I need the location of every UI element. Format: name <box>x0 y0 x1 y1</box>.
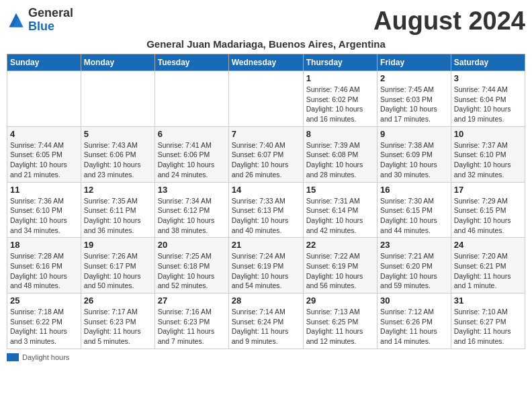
day-number: 29 <box>306 295 374 306</box>
day-detail: Sunrise: 7:28 AM Sunset: 6:16 PM Dayligh… <box>10 251 78 291</box>
header-day: Thursday <box>303 54 377 71</box>
day-cell: 3Sunrise: 7:44 AM Sunset: 6:04 PM Daylig… <box>451 71 525 127</box>
day-number: 21 <box>232 240 300 250</box>
header-day: Wednesday <box>228 54 303 71</box>
logo-icon <box>7 11 26 30</box>
day-cell: 6Sunrise: 7:41 AM Sunset: 6:06 PM Daylig… <box>154 126 228 182</box>
day-number: 10 <box>454 129 522 139</box>
footer: Daylight hours <box>7 353 525 361</box>
day-cell <box>7 71 81 127</box>
day-cell: 10Sunrise: 7:37 AM Sunset: 6:10 PM Dayli… <box>451 126 525 182</box>
day-detail: Sunrise: 7:35 AM Sunset: 6:11 PM Dayligh… <box>84 196 152 236</box>
day-detail: Sunrise: 7:34 AM Sunset: 6:12 PM Dayligh… <box>158 196 226 236</box>
calendar-table: SundayMondayTuesdayWednesdayThursdayFrid… <box>7 54 525 349</box>
day-number: 14 <box>232 185 300 195</box>
day-number: 15 <box>306 185 374 195</box>
day-cell: 17Sunrise: 7:29 AM Sunset: 6:15 PM Dayli… <box>451 182 525 238</box>
header-day: Tuesday <box>154 54 228 71</box>
day-detail: Sunrise: 7:31 AM Sunset: 6:14 PM Dayligh… <box>306 196 374 236</box>
day-number: 7 <box>232 129 300 139</box>
day-number: 16 <box>380 185 448 195</box>
day-number: 13 <box>158 185 226 195</box>
day-detail: Sunrise: 7:20 AM Sunset: 6:21 PM Dayligh… <box>454 251 522 291</box>
day-number: 30 <box>380 295 448 306</box>
day-detail: Sunrise: 7:43 AM Sunset: 6:06 PM Dayligh… <box>84 140 152 180</box>
week-row: 18Sunrise: 7:28 AM Sunset: 6:16 PM Dayli… <box>7 238 525 293</box>
day-number: 19 <box>84 240 152 250</box>
day-cell: 26Sunrise: 7:17 AM Sunset: 6:23 PM Dayli… <box>81 293 154 349</box>
day-number: 27 <box>158 295 226 306</box>
day-cell: 25Sunrise: 7:18 AM Sunset: 6:22 PM Dayli… <box>7 293 81 349</box>
day-detail: Sunrise: 7:25 AM Sunset: 6:18 PM Dayligh… <box>158 251 226 291</box>
header-day: Monday <box>81 54 154 71</box>
day-cell: 5Sunrise: 7:43 AM Sunset: 6:06 PM Daylig… <box>81 126 154 182</box>
day-detail: Sunrise: 7:40 AM Sunset: 6:07 PM Dayligh… <box>232 140 300 180</box>
header-day: Friday <box>378 54 451 71</box>
day-cell: 18Sunrise: 7:28 AM Sunset: 6:16 PM Dayli… <box>7 238 81 293</box>
day-cell: 28Sunrise: 7:14 AM Sunset: 6:24 PM Dayli… <box>228 293 303 349</box>
calendar-header: SundayMondayTuesdayWednesdayThursdayFrid… <box>7 54 525 71</box>
day-detail: Sunrise: 7:30 AM Sunset: 6:15 PM Dayligh… <box>380 196 448 236</box>
logo-general: General <box>28 7 73 20</box>
logo-blue: Blue <box>28 20 73 34</box>
day-detail: Sunrise: 7:33 AM Sunset: 6:13 PM Dayligh… <box>232 196 300 236</box>
day-cell: 19Sunrise: 7:26 AM Sunset: 6:17 PM Dayli… <box>81 238 154 293</box>
day-number: 20 <box>158 240 226 250</box>
day-cell: 8Sunrise: 7:39 AM Sunset: 6:08 PM Daylig… <box>303 126 377 182</box>
day-detail: Sunrise: 7:13 AM Sunset: 6:25 PM Dayligh… <box>306 307 374 347</box>
day-number: 25 <box>10 295 78 306</box>
day-cell: 22Sunrise: 7:22 AM Sunset: 6:19 PM Dayli… <box>303 238 377 293</box>
day-cell: 31Sunrise: 7:10 AM Sunset: 6:27 PM Dayli… <box>451 293 525 349</box>
day-cell <box>228 71 303 127</box>
day-cell: 16Sunrise: 7:30 AM Sunset: 6:15 PM Dayli… <box>378 182 451 238</box>
day-cell: 11Sunrise: 7:36 AM Sunset: 6:10 PM Dayli… <box>7 182 81 238</box>
daylight-swatch <box>7 353 19 361</box>
header-day: Sunday <box>7 54 81 71</box>
day-detail: Sunrise: 7:26 AM Sunset: 6:17 PM Dayligh… <box>84 251 152 291</box>
day-number: 12 <box>84 185 152 195</box>
day-detail: Sunrise: 7:44 AM Sunset: 6:04 PM Dayligh… <box>454 85 522 124</box>
day-number: 22 <box>306 240 374 250</box>
day-cell: 7Sunrise: 7:40 AM Sunset: 6:07 PM Daylig… <box>228 126 303 182</box>
day-cell: 12Sunrise: 7:35 AM Sunset: 6:11 PM Dayli… <box>81 182 154 238</box>
day-cell: 29Sunrise: 7:13 AM Sunset: 6:25 PM Dayli… <box>303 293 377 349</box>
logo-text: General Blue <box>28 7 73 34</box>
month-title: August 2024 <box>373 7 525 36</box>
day-detail: Sunrise: 7:24 AM Sunset: 6:19 PM Dayligh… <box>232 251 300 291</box>
location-title: General Juan Madariaga, Buenos Aires, Ar… <box>7 38 525 50</box>
day-detail: Sunrise: 7:22 AM Sunset: 6:19 PM Dayligh… <box>306 251 374 291</box>
day-detail: Sunrise: 7:17 AM Sunset: 6:23 PM Dayligh… <box>84 307 152 347</box>
day-number: 26 <box>84 295 152 306</box>
day-detail: Sunrise: 7:45 AM Sunset: 6:03 PM Dayligh… <box>380 85 448 124</box>
day-cell: 4Sunrise: 7:44 AM Sunset: 6:05 PM Daylig… <box>7 126 81 182</box>
day-detail: Sunrise: 7:21 AM Sunset: 6:20 PM Dayligh… <box>380 251 448 291</box>
week-row: 25Sunrise: 7:18 AM Sunset: 6:22 PM Dayli… <box>7 293 525 349</box>
day-number: 2 <box>380 73 448 83</box>
day-detail: Sunrise: 7:18 AM Sunset: 6:22 PM Dayligh… <box>10 307 78 347</box>
day-cell: 23Sunrise: 7:21 AM Sunset: 6:20 PM Dayli… <box>378 238 451 293</box>
day-detail: Sunrise: 7:14 AM Sunset: 6:24 PM Dayligh… <box>232 307 300 347</box>
day-detail: Sunrise: 7:41 AM Sunset: 6:06 PM Dayligh… <box>158 140 226 180</box>
day-number: 28 <box>232 295 300 306</box>
day-number: 23 <box>380 240 448 250</box>
day-cell: 2Sunrise: 7:45 AM Sunset: 6:03 PM Daylig… <box>378 71 451 127</box>
day-detail: Sunrise: 7:12 AM Sunset: 6:26 PM Dayligh… <box>380 307 448 347</box>
day-cell: 20Sunrise: 7:25 AM Sunset: 6:18 PM Dayli… <box>154 238 228 293</box>
week-row: 1Sunrise: 7:46 AM Sunset: 6:02 PM Daylig… <box>7 71 525 127</box>
day-number: 4 <box>10 129 78 139</box>
day-detail: Sunrise: 7:46 AM Sunset: 6:02 PM Dayligh… <box>306 85 374 124</box>
calendar-body: 1Sunrise: 7:46 AM Sunset: 6:02 PM Daylig… <box>7 71 525 349</box>
day-number: 18 <box>10 240 78 250</box>
day-cell: 27Sunrise: 7:16 AM Sunset: 6:23 PM Dayli… <box>154 293 228 349</box>
day-cell: 15Sunrise: 7:31 AM Sunset: 6:14 PM Dayli… <box>303 182 377 238</box>
day-number: 24 <box>454 240 522 250</box>
week-row: 11Sunrise: 7:36 AM Sunset: 6:10 PM Dayli… <box>7 182 525 238</box>
day-detail: Sunrise: 7:36 AM Sunset: 6:10 PM Dayligh… <box>10 196 78 236</box>
day-detail: Sunrise: 7:37 AM Sunset: 6:10 PM Dayligh… <box>454 140 522 180</box>
week-row: 4Sunrise: 7:44 AM Sunset: 6:05 PM Daylig… <box>7 126 525 182</box>
header-row: SundayMondayTuesdayWednesdayThursdayFrid… <box>7 54 525 71</box>
day-number: 6 <box>158 129 226 139</box>
day-detail: Sunrise: 7:38 AM Sunset: 6:09 PM Dayligh… <box>380 140 448 180</box>
day-detail: Sunrise: 7:39 AM Sunset: 6:08 PM Dayligh… <box>306 140 374 180</box>
day-detail: Sunrise: 7:16 AM Sunset: 6:23 PM Dayligh… <box>158 307 226 347</box>
